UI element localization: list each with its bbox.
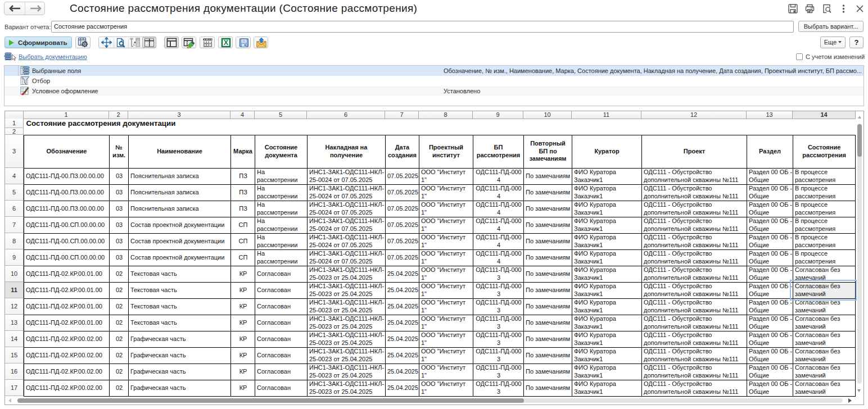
svg-text:X: X	[224, 39, 229, 47]
